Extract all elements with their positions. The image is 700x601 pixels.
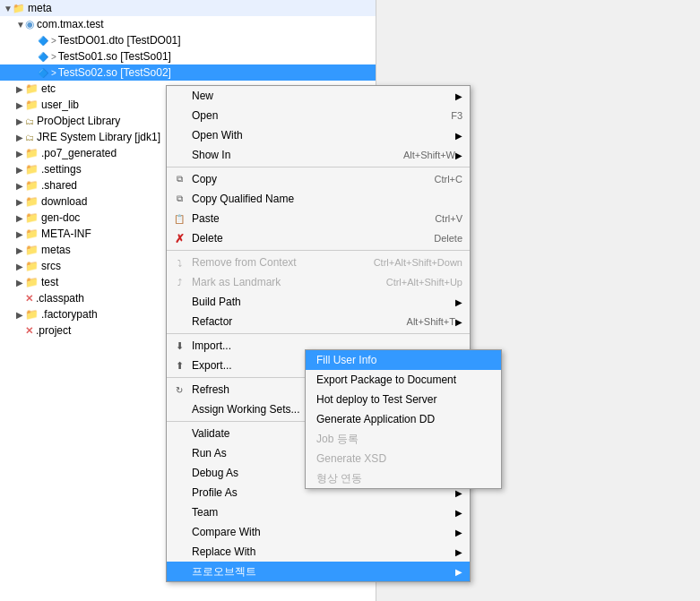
shortcut-delete: Delete [434, 233, 462, 244]
tree-item-testdo01[interactable]: 🔷 > TestDO01.dto [TestDO01] [0, 32, 376, 48]
folder-icon: 📁 [25, 99, 39, 111]
shortcut-open: F3 [451, 110, 462, 121]
shortcut-remove-context: Ctrl+Alt+Shift+Down [374, 257, 462, 268]
menu-label-open: Open [192, 109, 433, 122]
folder-icon: 📁 [25, 82, 39, 95]
tree-label: .classpath [36, 292, 84, 305]
import-icon: ⬇ [172, 339, 186, 353]
context-menu: New ▶ Open F3 Open With ▶ Show In Alt+Sh… [166, 85, 471, 582]
expand-arrow: ▶ [16, 213, 25, 223]
folder-icon: 📁 [25, 195, 39, 208]
submenu-item-hot-deploy[interactable]: Hot deploy to Test Server [306, 390, 501, 409]
expand-arrow: ▶ [16, 149, 25, 159]
menu-item-copy-qualified[interactable]: ⧉ Copy Qualified Name [167, 189, 470, 209]
menu-item-proobject[interactable]: 프로오브젝트 ▶ [167, 562, 470, 581]
menu-item-show-in[interactable]: Show In Alt+Shift+W ▶ [167, 145, 470, 165]
file-icon: 🔷 [38, 68, 48, 78]
tree-label: etc [41, 82, 56, 95]
submenu-item-fill-user-info[interactable]: Fill User Info [306, 350, 501, 370]
refresh-icon: ↻ [172, 382, 186, 397]
expand-arrow: ▶ [16, 229, 25, 239]
menu-label-delete: Delete [192, 232, 416, 245]
separator-3 [167, 333, 470, 334]
folder-icon: 📁 [25, 228, 39, 240]
delete-icon: ✗ [172, 231, 186, 245]
copy-qualified-icon: ⧉ [172, 192, 186, 206]
arrow-icon: ▶ [455, 317, 462, 327]
submenu-item-generate-app-dd[interactable]: Generate Application DD [306, 409, 501, 429]
tree-label: .po7_generated [41, 147, 117, 159]
file-icon: 🔷 [38, 36, 48, 46]
expand-arrow: ▶ [16, 116, 25, 126]
menu-item-mark-landmark[interactable]: ⤴ Mark as Landmark Ctrl+Alt+Shift+Up [167, 272, 470, 292]
menu-item-team[interactable]: Team ▶ [167, 502, 470, 522]
arrow-icon: ▶ [455, 508, 462, 518]
submenu-item-hyeongsang[interactable]: 형상 연동 [306, 468, 501, 488]
expand-arrow: ▶ [16, 181, 25, 191]
tree-label: .settings [41, 163, 82, 176]
submenu-label-hyeongsang: 형상 연동 [316, 471, 494, 486]
arrow-icon: ▶ [455, 131, 462, 141]
expand-arrow: ▼ [4, 4, 13, 13]
menu-label-build-path: Build Path [192, 296, 455, 308]
tree-item-testso01[interactable]: 🔷 > TestSo01.so [TestSo01] [0, 48, 376, 64]
tree-label: META-INF [41, 228, 91, 240]
menu-item-copy[interactable]: ⧉ Copy Ctrl+C [167, 169, 470, 189]
menu-item-open[interactable]: Open F3 [167, 106, 470, 125]
tree-item-meta[interactable]: ▼ 📁 meta [0, 0, 376, 16]
tree-label: test [41, 276, 58, 288]
submenu-label-generate-xsd: Generate XSD [316, 452, 494, 465]
menu-item-refactor[interactable]: Refactor Alt+Shift+T ▶ [167, 312, 470, 331]
tree-label: download [41, 195, 87, 208]
folder-icon: 📁 [25, 211, 39, 224]
tree-label: .project [36, 324, 71, 337]
expand-arrow: ▶ [16, 84, 25, 94]
shortcut-mark-landmark: Ctrl+Alt+Shift+Up [386, 277, 462, 288]
submenu-item-export-package[interactable]: Export Package to Document [306, 370, 501, 390]
submenu-item-job-register[interactable]: Job 등록 [306, 429, 501, 449]
tree-label: user_lib [41, 99, 79, 111]
menu-item-new[interactable]: New ▶ [167, 86, 470, 106]
submenu-label-job-register: Job 등록 [316, 432, 494, 447]
folder-icon: 📁 [25, 308, 39, 321]
menu-item-replace-with[interactable]: Replace With ▶ [167, 542, 470, 562]
tree-item-testso02[interactable]: 🔷 > TestSo02.so [TestSo02] [0, 64, 376, 81]
arrow-icon: ▶ [455, 567, 462, 577]
submenu-label-generate-app-dd: Generate Application DD [316, 413, 494, 425]
expand-arrow: ▶ [16, 100, 25, 110]
tree-label: com.tmax.test [37, 18, 104, 30]
tree-item-package[interactable]: ▼ ◉ com.tmax.test [0, 16, 376, 32]
menu-label-copy-qualified: Copy Qualified Name [192, 193, 462, 205]
menu-item-paste[interactable]: 📋 Paste Ctrl+V [167, 209, 470, 228]
arrow-icon: ▶ [455, 528, 462, 537]
expand-arrow: ▶ [16, 278, 25, 288]
menu-label-copy: Copy [192, 173, 417, 185]
menu-label-remove-context: Remove from Context [192, 256, 356, 269]
menu-item-build-path[interactable]: Build Path ▶ [167, 292, 470, 312]
expand-arrow: ▶ [16, 133, 25, 142]
menu-label-compare-with: Compare With [192, 526, 455, 538]
menu-item-remove-context[interactable]: ⤵ Remove from Context Ctrl+Alt+Shift+Dow… [167, 253, 470, 272]
shortcut-paste: Ctrl+V [435, 213, 462, 224]
separator-2 [167, 250, 470, 251]
jar-icon: 🗂 [25, 133, 34, 142]
submenu-label-hot-deploy: Hot deploy to Test Server [316, 393, 494, 406]
arrow-icon: ▶ [455, 297, 462, 307]
tree-label: meta [28, 2, 52, 14]
arrow-icon: ▶ [455, 91, 462, 101]
submenu-item-generate-xsd[interactable]: Generate XSD [306, 449, 501, 468]
menu-item-compare-with[interactable]: Compare With ▶ [167, 522, 470, 542]
menu-label-new: New [192, 90, 455, 102]
menu-label-show-in: Show In [192, 149, 385, 161]
tree-label: TestSo02.so [TestSo02] [58, 66, 171, 79]
submenu-label-export-package: Export Package to Document [316, 373, 494, 386]
menu-item-open-with[interactable]: Open With ▶ [167, 125, 470, 145]
tree-label: TestDO01.dto [TestDO01] [58, 34, 181, 47]
menu-label-paste: Paste [192, 212, 417, 225]
menu-item-delete[interactable]: ✗ Delete Delete [167, 228, 470, 248]
expand-arrow: ▶ [16, 262, 25, 271]
tree-label: JRE System Library [jdk1] [37, 131, 160, 143]
tree-label: .shared [41, 179, 77, 192]
copy-icon: ⧉ [172, 172, 186, 186]
submenu-label-fill-user-info: Fill User Info [316, 354, 494, 366]
